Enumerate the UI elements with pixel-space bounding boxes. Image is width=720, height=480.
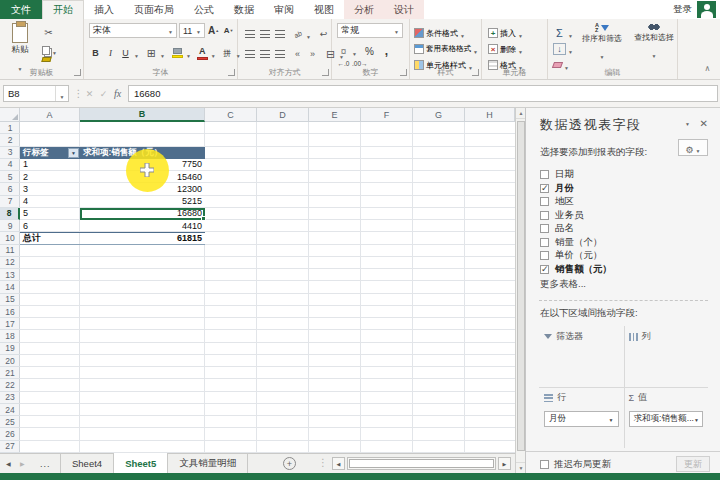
field-item-region[interactable]: 地区 [540,195,710,208]
sheet-nav-right-icon[interactable] [20,454,25,473]
row-header-2[interactable]: 2 [0,134,20,146]
filters-area[interactable]: 筛选器 [539,326,624,387]
row-header-6[interactable]: 6 [0,183,20,195]
pivot-row-6[interactable]: 64410 [20,220,205,232]
cut-button[interactable] [42,25,55,39]
values-field-chip[interactable]: 求和项:销售额... [629,411,704,427]
new-sheet-button[interactable] [283,457,296,470]
row-header-22[interactable]: 22 [0,379,20,391]
field-item-unit-price[interactable]: 单价（元） [540,249,710,262]
row-header-4[interactable]: 4 [0,159,20,171]
row-header-8[interactable]: 8 [0,208,20,220]
values-area[interactable]: 值 求和项:销售额... [624,387,709,448]
collapse-ribbon-button[interactable] [701,61,714,75]
field-checkbox-salesperson[interactable] [540,211,549,220]
row-header-3[interactable]: 3 [0,147,20,159]
field-item-product-name[interactable]: 品名 [540,222,710,235]
font-color-button[interactable] [196,46,209,60]
increase-font-button[interactable] [207,24,220,38]
align-middle-button[interactable] [258,27,271,41]
orientation-button[interactable] [291,27,304,41]
column-header-F[interactable]: F [361,108,413,122]
row-header-18[interactable]: 18 [0,330,20,342]
italic-button[interactable] [104,46,117,60]
row-header-20[interactable]: 20 [0,355,20,367]
underline-button[interactable] [119,46,132,60]
ribbon-tab-review[interactable]: 审阅 [264,0,304,19]
defer-layout-checkbox[interactable] [540,460,549,469]
wrap-text-button[interactable] [317,27,330,41]
align-bottom-button[interactable] [273,27,286,41]
name-box[interactable]: B8 [3,85,69,102]
decrease-font-button[interactable] [222,24,235,38]
pane-close-icon[interactable] [700,118,708,129]
pivot-row-labels-header[interactable]: 行标签 [20,147,80,159]
column-header-B[interactable]: B [80,108,205,122]
column-header-E[interactable]: E [309,108,361,122]
borders-button[interactable] [145,46,158,60]
row-header-5[interactable]: 5 [0,171,20,183]
ribbon-tab-insert[interactable]: 插入 [84,0,124,19]
pivot-grand-total-row[interactable]: 总计 61815 [20,232,205,244]
row-header-21[interactable]: 21 [0,367,20,379]
styles-dialog-launcher[interactable] [472,69,479,76]
row-header-13[interactable]: 13 [0,269,20,281]
sheet-tab-sheet4[interactable]: Sheet4 [60,454,114,473]
cancel-entry-button[interactable] [82,85,97,102]
tools-button[interactable] [678,139,708,156]
decrease-indent-button[interactable] [291,47,304,61]
column-header-G[interactable]: G [413,108,465,122]
bold-button[interactable] [89,46,102,60]
pivot-row-1[interactable]: 17750 [20,159,205,171]
row-header-1[interactable]: 1 [0,122,20,134]
ribbon-tab-view[interactable]: 视图 [304,0,344,19]
increase-indent-button[interactable] [306,47,319,61]
pivot-row-2[interactable]: 215460 [20,171,205,183]
ribbon-tab-page-layout[interactable]: 页面布局 [124,0,184,19]
align-center-button[interactable] [258,47,271,61]
row-header-17[interactable]: 17 [0,318,20,330]
sheet-tab-stationery-detail[interactable]: 文具销量明细 [168,454,248,473]
fill-color-button[interactable] [171,46,184,60]
scroll-right-icon[interactable] [498,457,511,470]
field-checkbox-region[interactable] [540,197,549,206]
update-button[interactable]: 更新 [676,456,710,472]
row-header-27[interactable]: 27 [0,441,20,453]
field-checkbox-date[interactable] [540,170,549,179]
number-format-select[interactable]: 常规 [337,23,403,38]
vertical-scrollbar[interactable] [515,108,525,473]
field-checkbox-month[interactable] [540,184,549,193]
ribbon-tab-data[interactable]: 数据 [224,0,264,19]
user-avatar-icon[interactable] [697,1,716,18]
column-header-D[interactable]: D [257,108,309,122]
row-header-10[interactable]: 10 [0,232,20,244]
font-name-select[interactable]: 宋体 [89,23,177,38]
horizontal-scroll-thumb[interactable] [349,459,494,468]
font-dialog-launcher[interactable] [228,69,235,76]
row-header-25[interactable]: 25 [0,416,20,428]
row-header-15[interactable]: 15 [0,294,20,306]
column-header-C[interactable]: C [205,108,257,122]
field-checkbox-quantity[interactable] [540,238,549,247]
align-top-button[interactable] [243,27,256,41]
find-select-button[interactable]: 查找和选择 [628,23,680,62]
field-item-date[interactable]: 日期 [540,168,710,181]
row-labels-filter-icon[interactable] [68,148,79,158]
row-header-16[interactable]: 16 [0,306,20,318]
select-all-corner[interactable] [0,108,20,122]
field-item-salesperson[interactable]: 业务员 [540,209,710,222]
row-header-14[interactable]: 14 [0,281,20,293]
sheet-tab-overflow[interactable]: ... [40,454,51,473]
comma-format-button[interactable] [380,44,393,58]
ribbon-tab-design[interactable]: 设计 [384,0,424,19]
sort-filter-button[interactable]: 排序和筛选 [576,23,628,63]
fill-handle[interactable] [201,216,206,221]
file-tab[interactable]: 文件 [0,0,42,19]
row-header-11[interactable]: 11 [0,245,20,257]
insert-function-button[interactable] [110,85,125,102]
field-item-quantity[interactable]: 销量（个） [540,236,710,249]
phonetic-guide-button[interactable] [221,46,234,60]
column-header-H[interactable]: H [465,108,515,122]
row-header-23[interactable]: 23 [0,392,20,404]
horizontal-scrollbar[interactable] [347,457,496,470]
